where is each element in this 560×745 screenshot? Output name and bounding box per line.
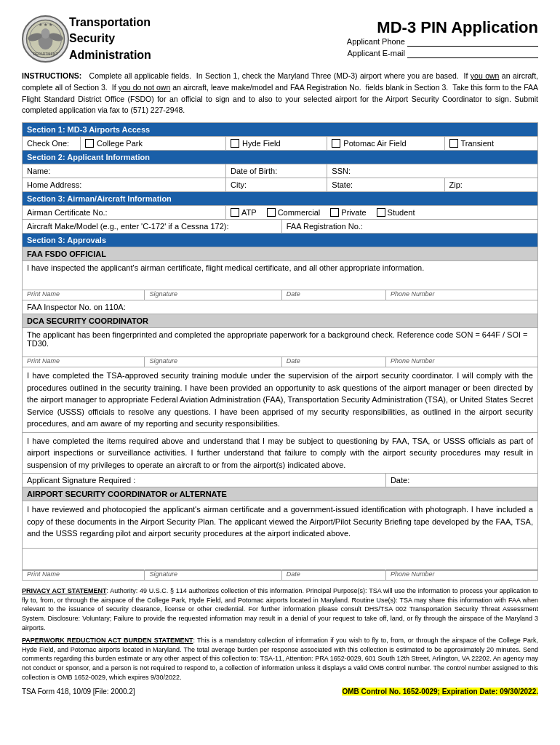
section3-header: Section 3: Airman/Aircraft Information — [23, 192, 538, 206]
section3-airman-row: Airman Certificate No.: ATP Commercial P… — [23, 206, 538, 220]
form-title: MD-3 PIN Application — [347, 18, 538, 37]
airport-sig-labels-row: Print Name Signature Date Phone Number — [23, 570, 538, 581]
applicant-phone-line: Applicant Phone — [347, 37, 538, 47]
faa-sig-labels-row: Print Name Signature Date Phone Number — [23, 290, 538, 300]
applicant-date-field[interactable]: Date: — [385, 474, 537, 487]
section3-header-row: Section 3: Airman/Aircraft Information — [23, 192, 538, 206]
faa-subsection-row: FAA FSDO OFFICIAL — [23, 247, 538, 261]
ssn-field[interactable]: SSN: — [327, 164, 538, 178]
instructions-text: INSTRUCTIONS: Complete all applicable fi… — [22, 71, 538, 116]
dca-print-name-label: Print Name — [23, 357, 145, 367]
airport-date-label: Date — [281, 570, 385, 581]
airport-sig-space-row — [23, 549, 538, 570]
faa-date-label: Date — [281, 290, 385, 300]
dca-date-label: Date — [281, 357, 385, 367]
airport-subsection-header: AIRPORT SECURITY COORDINATOR or ALTERNAT… — [23, 487, 538, 501]
airport-potomac[interactable]: Potomac Air Field — [327, 137, 444, 151]
svg-text:★ ★ ★: ★ ★ ★ — [39, 23, 52, 27]
dca-sig-labels-row: Print Name Signature Date Phone Number — [23, 357, 538, 367]
training-text2-row: I have completed the items required abov… — [23, 432, 538, 474]
paperwork-title: PAPERWORK REDUCTION ACT BURDEN STATEMENT — [22, 637, 193, 644]
airport-coordinator-text: I have reviewed and photocopied the appl… — [23, 501, 538, 549]
airport-print-name-label: Print Name — [23, 570, 145, 581]
section1-header: Section 1: MD-3 Airports Access — [23, 123, 538, 137]
dob-field[interactable]: Date of Birth: — [226, 164, 327, 178]
atp-checkbox[interactable] — [231, 208, 239, 217]
airport-text-row: I have reviewed and photocopied the appl… — [23, 501, 538, 549]
private-checkbox[interactable] — [330, 208, 339, 217]
student-checkbox[interactable] — [377, 208, 385, 217]
dca-phone-label: Phone Number — [385, 357, 537, 367]
faa-inspect-text: I have inspected the applicant's airman … — [23, 261, 538, 290]
airport-college-park[interactable]: College Park — [81, 137, 226, 151]
applicant-sig-field[interactable]: Applicant Signature Required : — [23, 474, 386, 487]
faa-reg-field[interactable]: FAA Registration No.: — [281, 220, 537, 234]
agency-name: Transportation Security Administration — [69, 15, 151, 63]
section1-header-row: Section 1: MD-3 Airports Access — [23, 123, 538, 137]
faa-inspect-row: I have inspected the applicant's airman … — [23, 261, 538, 290]
privacy-title: PRIVACY ACT STATEMENT — [22, 587, 107, 594]
section1-airports-row: Check One: College Park Hyde Field Potom… — [23, 137, 538, 151]
city-field[interactable]: City: — [226, 178, 327, 192]
private-checkbox-item[interactable]: Private — [330, 208, 366, 217]
commercial-checkbox[interactable] — [267, 208, 276, 217]
cert-type-field[interactable]: ATP Commercial Private Student — [226, 206, 538, 220]
section4-header-row: Section 3: Approvals — [23, 234, 538, 247]
zip-field[interactable]: Zip: — [444, 178, 538, 192]
faa-signature-label: Signature — [145, 290, 281, 300]
state-field[interactable]: State: — [327, 178, 444, 192]
section3-aircraft-row: Aircraft Make/Model (e.g., enter 'C-172'… — [23, 220, 538, 234]
address-field[interactable]: Home Address: — [23, 178, 226, 192]
transient-checkbox[interactable] — [449, 139, 458, 148]
applicant-sig-row: Applicant Signature Required : Date: — [23, 474, 538, 487]
form-number: TSA Form 418, 10/09 [File: 2000.2] — [22, 688, 135, 696]
section2-header-row: Section 2: Applicant Information — [23, 151, 538, 164]
training-text2: I have completed the items required abov… — [23, 432, 538, 474]
training-text1-row: I have completed the TSA-approved securi… — [23, 367, 538, 433]
check-one-label: Check One: — [23, 137, 81, 151]
faa-inspector-row: FAA Inspector No. on 110A: — [23, 300, 538, 314]
dca-signature-label: Signature — [145, 357, 281, 367]
training-text1: I have completed the TSA-approved securi… — [23, 367, 538, 433]
faa-subsection-header: FAA FSDO OFFICIAL — [23, 247, 538, 261]
college-park-checkbox[interactable] — [85, 139, 94, 148]
commercial-checkbox-item[interactable]: Commercial — [267, 208, 321, 217]
footer-text: PRIVACY ACT STATEMENT: Authority: 49 U.S… — [22, 586, 538, 682]
dca-subsection-header: DCA SECURITY COORDINATOR — [23, 314, 538, 328]
form-table: Section 1: MD-3 Airports Access Check On… — [22, 122, 538, 581]
footer-bottom: TSA Form 418, 10/09 [File: 2000.2] OMB C… — [22, 688, 538, 696]
omb-control: OMB Control No. 1652-0029; Expiration Da… — [342, 688, 538, 696]
tsa-seal: ★ ★ ★ DEPARTMENT — [22, 15, 69, 63]
airport-sig-space — [23, 549, 538, 570]
svg-point-3 — [41, 28, 50, 39]
faa-inspector-no[interactable]: FAA Inspector No. on 110A: — [23, 300, 538, 314]
section2-name-row: Name: Date of Birth: SSN: — [23, 164, 538, 178]
section2-address-row: Home Address: City: State: Zip: — [23, 178, 538, 192]
airport-transient[interactable]: Transient — [444, 137, 538, 151]
faa-print-name-label: Print Name — [23, 290, 145, 300]
potomac-checkbox[interactable] — [332, 139, 340, 148]
aircraft-make-field[interactable]: Aircraft Make/Model (e.g., enter 'C-172'… — [23, 220, 282, 234]
hyde-field-checkbox[interactable] — [231, 139, 239, 148]
airport-signature-label: Signature — [145, 570, 281, 581]
name-field[interactable]: Name: — [23, 164, 226, 178]
atp-checkbox-item[interactable]: ATP — [231, 208, 257, 217]
dca-subsection-row: DCA SECURITY COORDINATOR — [23, 314, 538, 328]
svg-text:DEPARTMENT: DEPARTMENT — [33, 52, 58, 56]
dca-text-row: The applicant has been fingerprinted and… — [23, 328, 538, 357]
section2-header: Section 2: Applicant Information — [23, 151, 538, 164]
faa-phone-label: Phone Number — [385, 290, 537, 300]
dca-text: The applicant has been fingerprinted and… — [23, 328, 538, 357]
airport-hyde-field[interactable]: Hyde Field — [226, 137, 327, 151]
airport-subsection-row: AIRPORT SECURITY COORDINATOR or ALTERNAT… — [23, 487, 538, 501]
student-checkbox-item[interactable]: Student — [377, 208, 415, 217]
section4-header: Section 3: Approvals — [23, 234, 538, 247]
airman-cert-field[interactable]: Airman Certificate No.: — [23, 206, 226, 220]
page-header: ★ ★ ★ DEPARTMENT Transportation Security… — [22, 15, 538, 63]
applicant-email-line: Applicant E-mail — [347, 49, 538, 58]
airport-phone-label: Phone Number — [385, 570, 537, 581]
